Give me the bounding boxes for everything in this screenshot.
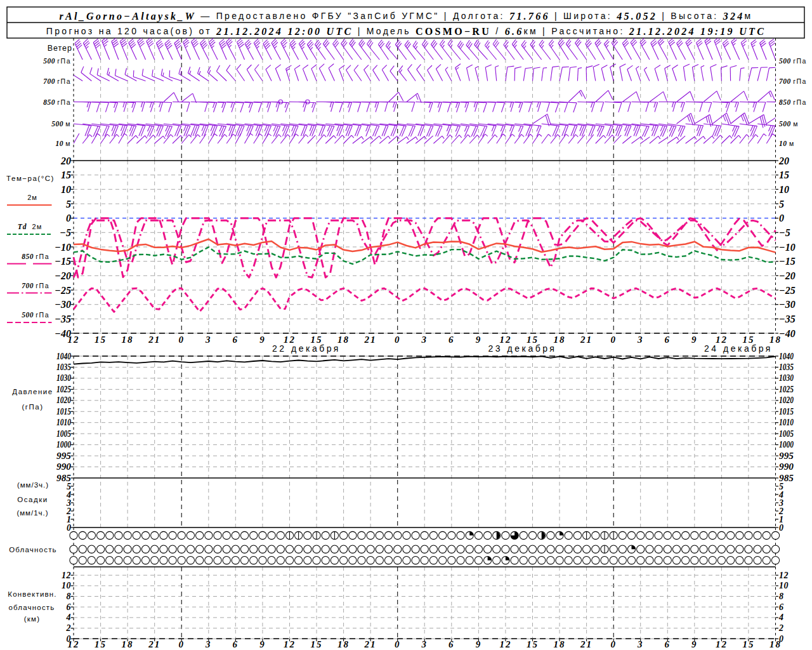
svg-text:10: 10: [62, 581, 71, 590]
svg-text:12: 12: [68, 639, 80, 649]
svg-text:10: 10: [61, 184, 71, 195]
svg-text:1040: 1040: [779, 352, 794, 361]
svg-text:3: 3: [205, 335, 212, 345]
svg-text:0: 0: [610, 335, 617, 345]
svg-text:2: 2: [66, 507, 71, 516]
svg-text:995: 995: [779, 451, 794, 461]
svg-text:1010: 1010: [56, 418, 71, 427]
svg-text:1005: 1005: [779, 429, 794, 439]
svg-text:0: 0: [395, 335, 401, 345]
svg-text:700 гПа: 700 гПа: [22, 282, 49, 289]
svg-text:1015: 1015: [779, 407, 794, 416]
svg-text:1: 1: [67, 515, 71, 524]
svg-text:облачность: облачность: [8, 604, 55, 611]
svg-text:15: 15: [311, 639, 323, 649]
svg-text:3: 3: [778, 498, 783, 508]
svg-text:3: 3: [205, 639, 212, 649]
svg-text:Ветер: Ветер: [48, 44, 72, 53]
svg-text:500 гПа: 500 гПа: [779, 57, 807, 65]
svg-text:12: 12: [68, 335, 80, 345]
svg-text:−10: −10: [55, 242, 71, 253]
svg-text:Осадки: Осадки: [17, 496, 48, 503]
svg-text:1030: 1030: [779, 373, 794, 383]
svg-text:15: 15: [95, 335, 107, 345]
svg-text:1000: 1000: [779, 440, 794, 449]
svg-text:5: 5: [779, 482, 783, 491]
svg-text:500 гПа: 500 гПа: [22, 311, 49, 319]
svg-text:0: 0: [395, 639, 401, 649]
svg-text:24 декабря: 24 декабря: [704, 343, 773, 354]
svg-text:21: 21: [580, 335, 593, 345]
svg-text:3: 3: [637, 335, 644, 345]
svg-text:4: 4: [66, 613, 72, 622]
svg-text:10: 10: [779, 581, 789, 590]
svg-text:6: 6: [665, 335, 671, 345]
svg-text:2: 2: [778, 623, 784, 633]
svg-text:1015: 1015: [56, 407, 71, 416]
svg-text:15: 15: [742, 639, 754, 649]
svg-text:9: 9: [259, 335, 266, 345]
svg-text:700 гПа: 700 гПа: [43, 77, 71, 85]
svg-text:5: 5: [67, 482, 71, 491]
svg-text:15: 15: [61, 169, 71, 180]
svg-text:4: 4: [778, 490, 783, 500]
svg-text:Td 2м: Td 2м: [18, 223, 43, 230]
svg-text:10 м: 10 м: [55, 140, 71, 147]
svg-text:15: 15: [527, 639, 539, 649]
svg-text:0: 0: [178, 335, 185, 345]
svg-text:4: 4: [778, 613, 784, 622]
svg-text:21: 21: [148, 335, 160, 345]
svg-text:2м: 2м: [27, 194, 37, 201]
svg-text:−35: −35: [779, 314, 796, 324]
svg-text:990: 990: [56, 462, 71, 472]
svg-text:1030: 1030: [56, 373, 71, 383]
svg-text:Давление: Давление: [12, 388, 53, 395]
svg-text:1020: 1020: [779, 395, 794, 405]
svg-text:18: 18: [122, 639, 134, 649]
svg-text:10 м: 10 м: [779, 140, 795, 147]
svg-text:995: 995: [56, 451, 71, 461]
svg-text:23 декабря: 23 декабря: [488, 343, 557, 354]
svg-text:−25: −25: [779, 285, 796, 296]
svg-text:−15: −15: [779, 256, 796, 267]
svg-text:1005: 1005: [56, 429, 71, 439]
svg-text:1035: 1035: [779, 362, 794, 372]
svg-text:9: 9: [259, 639, 266, 649]
svg-text:18: 18: [122, 335, 134, 345]
svg-text:850 гПа: 850 гПа: [43, 98, 71, 106]
svg-text:6: 6: [233, 639, 239, 649]
svg-text:1025: 1025: [56, 385, 71, 394]
svg-text:6: 6: [449, 639, 455, 649]
svg-text:500 м: 500 м: [779, 120, 799, 128]
svg-text:−20: −20: [779, 270, 796, 281]
svg-text:1: 1: [779, 515, 783, 524]
svg-text:−15: −15: [55, 256, 71, 267]
svg-text:20: 20: [778, 156, 789, 166]
svg-text:850 гПа: 850 гПа: [22, 253, 49, 260]
svg-text:990: 990: [779, 462, 794, 472]
svg-text:18: 18: [554, 639, 566, 649]
svg-text:15: 15: [95, 639, 107, 649]
svg-text:2: 2: [778, 507, 783, 516]
svg-text:10: 10: [779, 184, 789, 195]
svg-text:5: 5: [66, 199, 71, 209]
svg-text:20: 20: [60, 156, 71, 166]
svg-text:1000: 1000: [56, 440, 71, 449]
svg-text:−10: −10: [779, 242, 796, 253]
svg-text:(гПа): (гПа): [22, 403, 43, 411]
svg-text:0: 0: [66, 213, 71, 223]
svg-text:9: 9: [691, 639, 698, 649]
svg-text:6: 6: [449, 335, 455, 345]
svg-text:12: 12: [779, 571, 789, 580]
svg-text:−30: −30: [779, 299, 796, 310]
svg-text:8: 8: [779, 592, 784, 601]
svg-text:12: 12: [499, 639, 511, 649]
svg-text:6: 6: [233, 335, 239, 345]
svg-text:850 гПа: 850 гПа: [779, 98, 807, 106]
svg-text:−25: −25: [55, 285, 71, 296]
svg-text:Тем−ра(°C): Тем−ра(°C): [6, 175, 55, 182]
svg-text:1010: 1010: [779, 418, 794, 427]
svg-text:12: 12: [62, 571, 71, 580]
svg-text:1040: 1040: [56, 352, 71, 361]
svg-text:21: 21: [364, 335, 377, 345]
